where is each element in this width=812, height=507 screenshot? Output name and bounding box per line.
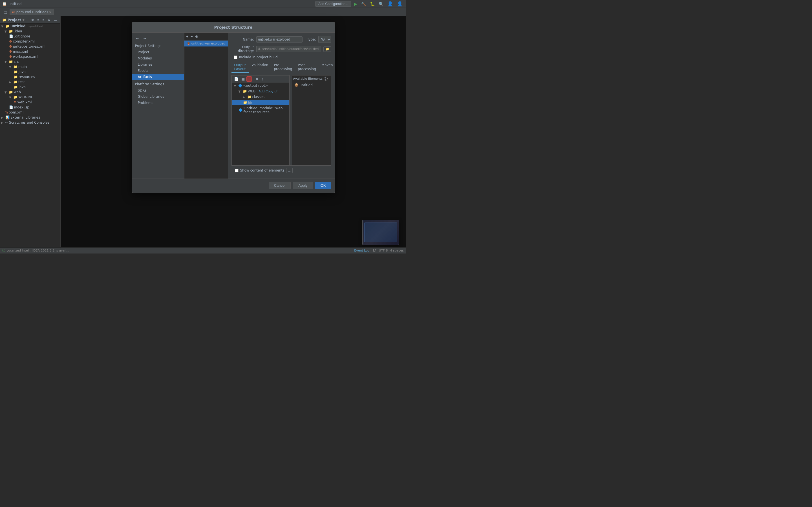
include-build-label[interactable]: Include in project build: [239, 55, 278, 59]
show-content-label[interactable]: Show content of elements: [240, 168, 285, 172]
nav-back-btn[interactable]: ←: [135, 36, 141, 41]
java-label: java: [18, 70, 26, 74]
apply-button[interactable]: Apply: [293, 182, 313, 189]
add-module-icon[interactable]: ⊕: [30, 17, 35, 22]
browse-output-dir-btn[interactable]: 📁: [323, 47, 331, 52]
tree-scratches[interactable]: ▶ ✏️ Scratches and Consoles: [0, 120, 60, 125]
remove-artifact-btn[interactable]: −: [190, 34, 194, 39]
cancel-button[interactable]: Cancel: [269, 182, 291, 189]
expand-all-icon[interactable]: ≡: [36, 18, 40, 22]
nav-artifacts[interactable]: Artifacts: [132, 74, 184, 80]
debug-button[interactable]: 🐛: [369, 1, 376, 7]
art-tree-output-root[interactable]: ▼ 🔷 <output root>: [232, 83, 289, 89]
extlibs-icon: 📊: [5, 115, 10, 119]
help-icon[interactable]: ?: [324, 76, 327, 80]
facet-label: 'untitled' module: 'Web' facet resources: [244, 106, 287, 114]
tree-idea[interactable]: ▼ 📁 .idea: [0, 29, 60, 34]
build-button[interactable]: 🔨: [360, 1, 367, 7]
app-icon: 📋: [2, 2, 7, 6]
nav-project[interactable]: Project: [132, 49, 184, 55]
collapse-all-icon[interactable]: ≡: [42, 18, 45, 22]
tree-web[interactable]: ▼ 📁 web: [0, 90, 60, 95]
tree-test[interactable]: ▶ 📁 test: [0, 79, 60, 84]
tab-post-processing[interactable]: Post-processing: [295, 62, 319, 73]
output-dir-input[interactable]: [256, 46, 321, 52]
status-message: Localized IntelliJ IDEA 2021.3.2 is avai…: [6, 249, 69, 252]
thumbnail-content: [363, 220, 399, 245]
nav-problems[interactable]: Problems: [132, 100, 184, 106]
tree-indexjsp[interactable]: 📄 index.jsp: [0, 105, 60, 110]
tree-webinf[interactable]: ▼ 📁 WEB-INF: [0, 95, 60, 100]
add-configuration-button[interactable]: Add Configuration...: [315, 1, 351, 7]
artifact-move-down-btn[interactable]: ↓: [265, 76, 269, 81]
artifact-move-up-btn[interactable]: ↑: [260, 76, 264, 81]
pom-xml-tab[interactable]: m pom.xml (untitled) ✕: [10, 9, 54, 15]
run-button[interactable]: ▶: [353, 1, 358, 7]
copy-artifact-btn[interactable]: ⊕: [194, 34, 199, 39]
jar-label: jarRepositories.xml: [13, 45, 45, 48]
thumbnail-visual: [364, 223, 397, 242]
available-label: Available Elements: [293, 77, 323, 80]
tree-root-untitled[interactable]: ▼ 📁 untitled ~/untitled: [0, 24, 60, 29]
nav-modules[interactable]: Modules: [132, 55, 184, 61]
artifact-config-panel: Name: Type: Web Application: Exploded: [228, 33, 335, 179]
tree-workspace[interactable]: ⚙ workspace.xml: [0, 54, 60, 59]
search-button[interactable]: 🔍: [377, 1, 385, 7]
nav-facets[interactable]: Facets: [132, 68, 184, 74]
event-log-label[interactable]: Event Log: [354, 249, 370, 252]
idea-folder-icon: 📁: [9, 29, 13, 33]
tree-webxml[interactable]: ⚙ web.xml: [0, 100, 60, 105]
artifact-show-content-btn[interactable]: 📄: [233, 76, 240, 81]
name-input[interactable]: [256, 36, 303, 43]
artifact-view-btn[interactable]: ▦: [240, 76, 246, 81]
settings-gear-icon[interactable]: ⚙: [47, 17, 52, 22]
art-tree-classes[interactable]: ▶ 📁 classes: [232, 94, 289, 100]
pom-label: pom.xml: [9, 110, 24, 114]
minimize-icon[interactable]: —: [53, 18, 58, 22]
tree-misc[interactable]: ⚙ misc.xml: [0, 49, 60, 54]
project-settings-label: Project Settings: [132, 43, 184, 49]
type-select[interactable]: Web Application: Exploded: [318, 36, 331, 43]
project-view-icon[interactable]: 🗂: [2, 9, 8, 15]
encoding-label[interactable]: UTF-8: [378, 249, 388, 252]
tree-pom[interactable]: m pom.xml: [0, 110, 60, 115]
artifact-add-btn[interactable]: +: [246, 76, 252, 82]
tree-src[interactable]: ▼ 📁 src: [0, 59, 60, 64]
tab-pre-processing[interactable]: Pre-processing: [271, 62, 295, 73]
artifact-war-icon: 🏺: [187, 42, 191, 45]
tab-maven[interactable]: Maven: [319, 62, 335, 73]
lib-label: lib: [248, 101, 252, 105]
avatar-button[interactable]: 👤: [396, 1, 404, 7]
artifact-remove-btn[interactable]: ✕: [254, 76, 260, 81]
add-artifact-btn[interactable]: +: [186, 34, 190, 39]
tab-close-icon[interactable]: ✕: [49, 11, 51, 14]
tree-resources[interactable]: 📁 resources: [0, 74, 60, 79]
tree-test-java[interactable]: 📁 java: [0, 84, 60, 90]
tree-java[interactable]: 📁 java: [0, 69, 60, 74]
show-content-checkbox[interactable]: [235, 169, 239, 172]
tree-compiler[interactable]: ⚙ compiler.xml: [0, 39, 60, 44]
tree-extlibs[interactable]: ▶ 📊 External Libraries: [0, 115, 60, 120]
show-content-browse-btn[interactable]: ...: [286, 168, 293, 173]
tree-gitignore[interactable]: 📄 .gitignore: [0, 34, 60, 39]
tree-jarrepos[interactable]: ⚙ jarRepositories.xml: [0, 44, 60, 49]
available-untitled-item[interactable]: 📦 untitled: [293, 82, 330, 88]
tab-validation[interactable]: Validation: [249, 62, 271, 73]
tab-output-layout[interactable]: Output Layout: [232, 62, 249, 73]
indent-label[interactable]: 4 spaces: [390, 249, 404, 252]
art-tree-web[interactable]: ▼ 📁 WEB Add Copy of: [232, 89, 289, 94]
jsp-icon: 📄: [9, 105, 13, 109]
settings-button[interactable]: 👤: [386, 1, 394, 7]
test-folder-icon: 📁: [13, 80, 17, 84]
nav-forward-btn[interactable]: →: [142, 36, 148, 41]
nav-libraries[interactable]: Libraries: [132, 61, 184, 68]
nav-global-libs[interactable]: Global Libraries: [132, 94, 184, 100]
artifact-item-war-exploded[interactable]: 🏺 untitled:war exploded: [185, 41, 228, 47]
include-build-checkbox[interactable]: [234, 55, 238, 59]
art-tree-facet[interactable]: 🔷 'untitled' module: 'Web' facet resourc…: [232, 105, 289, 115]
nav-sdks[interactable]: SDKs: [132, 87, 184, 94]
line-sep-label[interactable]: LF: [373, 249, 376, 252]
ok-button[interactable]: OK: [315, 182, 331, 189]
tree-main[interactable]: ▼ 📁 main: [0, 64, 60, 69]
art-tree-lib[interactable]: 📁 lib: [232, 100, 289, 105]
